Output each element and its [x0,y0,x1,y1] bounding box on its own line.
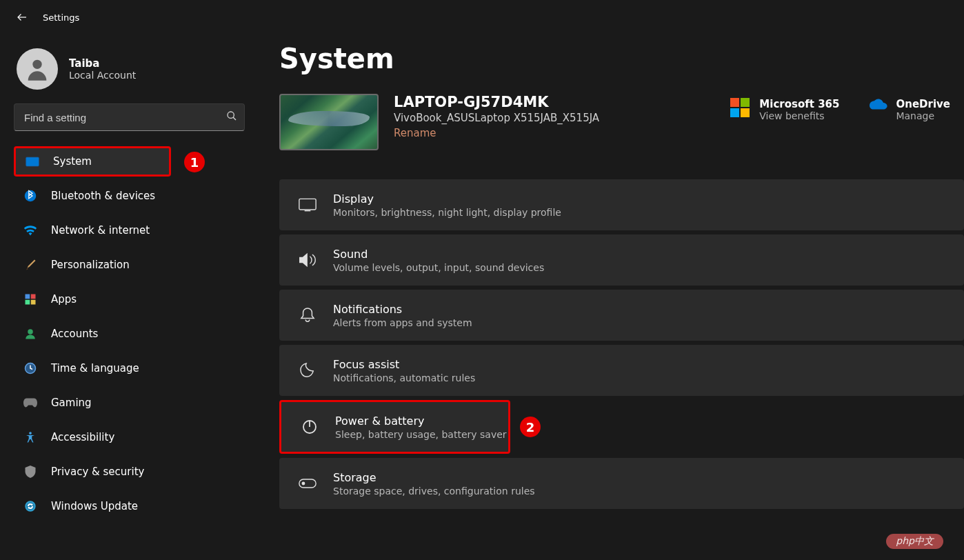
bluetooth-icon [23,189,37,203]
profile-block[interactable]: Taiba Local Account [17,48,245,90]
accessibility-icon [23,430,37,444]
svg-rect-7 [31,300,36,305]
svg-rect-14 [299,479,316,488]
setting-notifications[interactable]: Notifications Alerts from apps and syste… [279,290,964,341]
setting-title: Storage [333,471,535,484]
sidebar-item-label: Personalization [51,259,130,271]
sidebar-item-network[interactable]: Network & internet [14,215,245,246]
sidebar-item-time-language[interactable]: Time & language [14,353,245,383]
bell-icon [299,306,317,324]
sidebar-item-label: Apps [51,293,77,306]
shield-icon [23,465,37,479]
svg-rect-5 [31,294,36,299]
setting-title: Focus assist [333,358,475,371]
main-content: System LAPTOP-GJ57D4MK VivoBook_ASUSLapt… [259,34,964,560]
device-thumbnail [279,94,379,150]
setting-title: Power & battery [335,414,507,428]
sidebar-item-windows-update[interactable]: Windows Update [14,491,245,521]
power-icon [301,418,319,436]
svg-rect-6 [26,300,30,305]
annotation-marker-1: 1 [184,152,205,172]
sidebar: Taiba Local Account System 1 [0,34,259,560]
tile-title: Microsoft 365 [759,98,839,110]
setting-power-battery[interactable]: Power & battery Sleep, battery usage, ba… [279,400,510,454]
setting-title: Display [333,192,561,206]
search-icon [219,110,244,124]
tile-onedrive[interactable]: OneDrive Manage [867,98,950,121]
setting-sub: Notifications, automatic rules [333,372,475,383]
monitor-icon [299,196,317,214]
microsoft-icon [730,98,750,117]
setting-title: Sound [333,248,544,261]
sidebar-item-label: Accounts [51,328,98,340]
sidebar-item-system[interactable]: System [14,146,171,177]
svg-point-0 [32,60,41,69]
sidebar-item-label: Network & internet [51,224,150,237]
sidebar-item-personalization[interactable]: Personalization [14,250,245,280]
display-icon [26,154,39,168]
annotation-marker-2: 2 [520,417,541,437]
profile-sub: Local Account [69,70,136,81]
sidebar-item-privacy[interactable]: Privacy & security [14,457,245,487]
svg-rect-4 [26,294,30,299]
device-name: LAPTOP-GJ57D4MK [394,94,715,110]
setting-sub: Volume levels, output, input, sound devi… [333,262,544,273]
svg-point-15 [302,482,304,484]
profile-name: Taiba [69,57,136,70]
sidebar-item-apps[interactable]: Apps [14,284,245,314]
svg-rect-2 [26,157,39,166]
setting-display[interactable]: Display Monitors, brightness, night ligh… [279,179,964,230]
wifi-icon [23,223,37,237]
clock-icon [23,361,37,375]
setting-sub: Sleep, battery usage, battery saver [335,429,507,440]
tile-microsoft365[interactable]: Microsoft 365 View benefits [730,98,839,121]
settings-list: Display Monitors, brightness, night ligh… [279,179,964,509]
back-button[interactable] [15,10,29,24]
search-box[interactable] [14,103,245,131]
gamepad-icon [23,396,37,410]
svg-rect-12 [299,199,316,210]
page-title: System [279,43,964,74]
sidebar-item-label: System [53,155,92,168]
setting-sub: Storage space, drives, configuration rul… [333,486,535,497]
moon-icon [299,361,317,379]
device-model: VivoBook_ASUSLaptop X515JAB_X515JA [394,112,715,124]
sidebar-item-bluetooth[interactable]: Bluetooth & devices [14,181,245,211]
nav-list: System 1 Bluetooth & devices Network & i… [14,146,245,521]
storage-icon [299,474,317,492]
sidebar-item-accessibility[interactable]: Accessibility [14,422,245,452]
sidebar-item-gaming[interactable]: Gaming [14,388,245,418]
sidebar-item-accounts[interactable]: Accounts [14,319,245,349]
setting-title: Notifications [333,303,472,316]
cloud-icon [867,98,886,117]
brush-icon [23,258,37,272]
sidebar-item-label: Bluetooth & devices [51,190,155,202]
setting-focus-assist[interactable]: Focus assist Notifications, automatic ru… [279,345,964,396]
tile-sub: Manage [896,110,950,121]
rename-link[interactable]: Rename [394,127,715,139]
svg-point-10 [29,432,32,434]
app-title: Settings [43,12,79,23]
tile-title: OneDrive [896,98,950,110]
sidebar-item-label: Gaming [51,397,92,409]
svg-point-8 [28,329,33,334]
setting-sub: Monitors, brightness, night light, displ… [333,207,561,218]
apps-icon [23,292,37,306]
svg-point-1 [228,112,234,118]
device-row: LAPTOP-GJ57D4MK VivoBook_ASUSLaptop X515… [279,94,964,150]
svg-point-11 [26,501,35,511]
avatar [17,48,58,90]
sidebar-item-label: Time & language [51,362,139,374]
search-input[interactable] [14,112,219,123]
sidebar-item-label: Privacy & security [51,466,144,478]
setting-storage[interactable]: Storage Storage space, drives, configura… [279,458,964,509]
tile-sub: View benefits [759,110,839,121]
person-icon [23,327,37,341]
setting-sub: Alerts from apps and system [333,317,472,328]
update-icon [23,499,37,513]
speaker-icon [299,251,317,269]
sidebar-item-label: Windows Update [51,500,138,512]
setting-sound[interactable]: Sound Volume levels, output, input, soun… [279,234,964,286]
sidebar-item-label: Accessibility [51,431,114,443]
